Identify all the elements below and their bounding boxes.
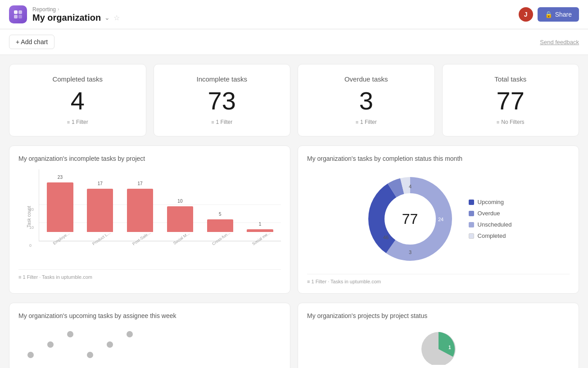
stat-card-value: 3 xyxy=(359,88,373,114)
bar-4: 5 xyxy=(207,219,233,232)
filter-icon: ≡ xyxy=(67,119,70,125)
breadcrumb-arrow-icon: › xyxy=(58,7,59,12)
stat-cards-row: Completed tasks 4 ≡ 1 Filter Incomplete … xyxy=(9,64,579,136)
star-icon[interactable]: ☆ xyxy=(113,14,120,22)
bar-value-1: 17 xyxy=(98,181,103,186)
stat-card-completed: Completed tasks 4 ≡ 1 Filter xyxy=(9,64,146,136)
bar-1: 17 xyxy=(87,189,113,232)
stat-card-label: Overdue tasks xyxy=(344,75,388,83)
legend-dot-completed xyxy=(469,233,474,239)
header: Reporting › My organization ⌄ ☆ J 🔒 Shar… xyxy=(0,0,588,29)
chevron-down-icon[interactable]: ⌄ xyxy=(104,14,110,21)
legend-item-overdue: Overdue xyxy=(469,210,512,217)
stat-card-filter: ≡ 1 Filter xyxy=(356,119,377,125)
legend-item-upcoming: Upcoming xyxy=(469,199,512,205)
donut-center-value: 77 xyxy=(402,211,418,227)
projects-status-preview: 1 xyxy=(307,327,570,363)
donut-svg-wrapper: 4 24 3 46 77 xyxy=(365,174,455,264)
filter-icon: ≡ xyxy=(211,119,214,125)
bar-chart-container: Task count 10 20 0 23Employe...17Product… xyxy=(18,169,281,264)
svg-text:4: 4 xyxy=(408,184,411,189)
donut-chart-card: My organization's tasks by completion st… xyxy=(298,145,579,294)
legend-dot-upcoming xyxy=(469,200,474,205)
svg-rect-0 xyxy=(14,10,18,14)
bar-group-1: 17Product L... xyxy=(84,182,117,241)
stat-card-total: Total tasks 77 ≡ No Filters xyxy=(442,64,579,136)
legend-item-completed: Completed xyxy=(469,232,512,239)
page-title: My organization xyxy=(32,13,101,23)
dot-5 xyxy=(107,341,113,348)
stat-card-label: Incomplete tasks xyxy=(196,75,247,83)
page-title-row: My organization ⌄ ☆ xyxy=(32,13,120,23)
charts-main-row: My organization's incomplete tasks by pr… xyxy=(9,145,579,294)
bar-value-3: 10 xyxy=(177,199,182,204)
donut-area: 4 24 3 46 77 Upcoming Overdue xyxy=(307,169,570,268)
projects-status-title: My organization's projects by project st… xyxy=(307,312,570,319)
bar-label-2: Post-Sale... xyxy=(131,231,151,246)
bar-value-4: 5 xyxy=(219,212,222,217)
header-right: J 🔒 Share xyxy=(519,7,579,22)
dot-2 xyxy=(47,341,54,348)
svg-text:3: 3 xyxy=(408,250,411,255)
bar-group-4: 5Cross-fun... xyxy=(204,182,236,241)
lock-icon: 🔒 xyxy=(545,11,552,18)
bar-label-0: Employe... xyxy=(52,231,71,246)
avatar: J xyxy=(519,7,533,22)
bar-value-0: 23 xyxy=(58,175,63,180)
bar-label-1: Product L... xyxy=(91,231,111,246)
bar-0: 23 xyxy=(47,182,73,232)
upcoming-tasks-preview xyxy=(18,327,281,363)
svg-text:24: 24 xyxy=(438,217,443,222)
bar-chart-card: My organization's incomplete tasks by pr… xyxy=(9,145,290,294)
stat-card-filter: ≡ 1 Filter xyxy=(211,119,232,125)
stat-card-incomplete: Incomplete tasks 73 ≡ 1 Filter xyxy=(154,64,291,136)
bar-chart-footer: ≡ 1 Filter · Tasks in uptumble.com xyxy=(18,269,281,280)
svg-rect-3 xyxy=(18,15,22,18)
dot-4 xyxy=(87,352,93,358)
pie-preview-svg: 1 xyxy=(416,324,461,365)
bar-chart-title: My organization's incomplete tasks by pr… xyxy=(18,155,281,162)
bar-group-5: 1Social me... xyxy=(244,182,276,241)
bar-label-4: Cross-fun... xyxy=(212,231,231,246)
stat-card-value: 73 xyxy=(208,88,236,114)
donut-chart-footer: ≡ 1 Filter · Tasks in uptumble.com xyxy=(307,274,570,284)
stat-card-label: Completed tasks xyxy=(52,75,103,83)
toolbar: + Add chart Send feedback xyxy=(0,29,588,55)
filter-icon: ≡ xyxy=(356,119,358,125)
legend-dot-unscheduled xyxy=(469,222,474,227)
dot-3 xyxy=(67,331,73,337)
filter-icon: ≡ xyxy=(497,119,499,125)
bar-group-0: 23Employe... xyxy=(44,182,77,241)
send-feedback-link[interactable]: Send feedback xyxy=(540,39,579,45)
bar-label-5: Social me... xyxy=(251,231,271,246)
donut-legend: Upcoming Overdue Unscheduled Completed xyxy=(469,199,512,239)
bar-value-5: 1 xyxy=(259,222,262,227)
share-button[interactable]: 🔒 Share xyxy=(538,7,579,22)
stat-card-overdue: Overdue tasks 3 ≡ 1 Filter xyxy=(298,64,435,136)
stat-card-filter: ≡ No Filters xyxy=(497,119,525,125)
main-content: Completed tasks 4 ≡ 1 Filter Incomplete … xyxy=(0,55,588,368)
upcoming-tasks-title: My organization's upcoming tasks by assi… xyxy=(18,312,281,319)
bar-3: 10 xyxy=(167,206,193,232)
donut-chart-title: My organization's tasks by completion st… xyxy=(307,155,570,162)
bar-2: 17 xyxy=(127,189,153,232)
stat-card-label: Total tasks xyxy=(494,75,526,83)
bar-label-3: Social M... xyxy=(172,231,190,245)
bar-value-2: 17 xyxy=(138,181,143,186)
dot-6 xyxy=(127,331,133,337)
add-chart-button[interactable]: + Add chart xyxy=(9,35,54,49)
svg-rect-2 xyxy=(14,15,18,18)
svg-text:46: 46 xyxy=(383,235,388,240)
app-logo-icon xyxy=(9,5,27,23)
upcoming-tasks-chart-card: My organization's upcoming tasks by assi… xyxy=(9,303,290,368)
legend-dot-overdue xyxy=(469,211,474,216)
dot-1 xyxy=(27,352,34,358)
bar-group-2: 17Post-Sale... xyxy=(124,182,157,241)
projects-status-chart-card: My organization's projects by project st… xyxy=(298,303,579,368)
stat-card-value: 4 xyxy=(71,88,85,114)
stat-card-filter: ≡ 1 Filter xyxy=(67,119,88,125)
bar-group-3: 10Social M... xyxy=(163,182,196,241)
svg-rect-1 xyxy=(18,10,22,14)
charts-bottom-row: My organization's upcoming tasks by assi… xyxy=(9,303,579,368)
stat-card-value: 77 xyxy=(497,88,525,114)
